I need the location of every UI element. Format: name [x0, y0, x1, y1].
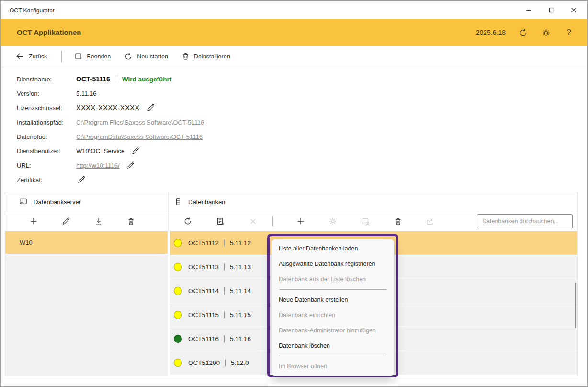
- status-dot: [174, 335, 182, 343]
- row-divider: [224, 287, 225, 295]
- database-context-menu: Liste aller Datenbanken laden Ausgewählt…: [271, 239, 394, 376]
- back-arrow-icon: [15, 52, 24, 61]
- toolbar-separator: [272, 216, 273, 227]
- register-database-button[interactable]: [214, 215, 226, 228]
- panel-toolbars: [5, 211, 577, 231]
- stop-icon: [74, 52, 82, 60]
- server-list: W10: [5, 231, 168, 376]
- maximize-icon: [548, 7, 555, 13]
- plus-icon: [29, 217, 38, 226]
- maximize-button[interactable]: [543, 4, 560, 16]
- user-monitor-icon: [361, 217, 370, 226]
- edit-service-user-button[interactable]: [130, 146, 141, 156]
- server-row-w10[interactable]: W10: [5, 231, 168, 254]
- service-user-value: W10\OCTService: [76, 148, 124, 155]
- pencil-icon: [126, 161, 135, 170]
- pencil-icon: [131, 147, 140, 155]
- menu-item-load-all-databases[interactable]: Liste aller Datenbanken laden: [272, 241, 394, 256]
- pencil-icon: [62, 217, 70, 226]
- menu-item-add-database-admin: Datenbank-Administrator hinzufügen: [272, 323, 394, 338]
- window-title: OCT Konfigurator: [10, 7, 55, 14]
- minimize-button[interactable]: [520, 4, 537, 16]
- settings-button[interactable]: [540, 27, 552, 38]
- refresh-icon: [183, 217, 192, 226]
- server-icon: [19, 197, 28, 206]
- value-divider: [116, 75, 116, 83]
- row-divider: [224, 311, 225, 319]
- row-divider: [224, 263, 225, 271]
- share-open-icon: [426, 217, 435, 226]
- help-icon: ?: [566, 28, 571, 37]
- gear-icon: [328, 217, 337, 226]
- server-name: W10: [20, 239, 33, 246]
- service-name-value: OCT-51116: [76, 75, 110, 83]
- close-button[interactable]: [565, 4, 582, 16]
- title-bar: OCT Konfigurator: [1, 1, 587, 19]
- edit-url-button[interactable]: [125, 160, 136, 171]
- command-bar: Zurück Beenden Neu starten Deinstalliere…: [1, 46, 587, 67]
- import-server-button[interactable]: [92, 215, 105, 228]
- add-server-button[interactable]: [27, 215, 40, 228]
- scrollbar-thumb[interactable]: [575, 283, 576, 328]
- add-admin-button: [359, 215, 372, 228]
- version-value: 5.11.16: [76, 90, 96, 97]
- menu-separator: [279, 289, 386, 290]
- search-databases-input[interactable]: [477, 214, 573, 228]
- service-status: Wird ausgeführt: [122, 76, 171, 83]
- refresh-button[interactable]: [517, 27, 529, 38]
- row-divider: [225, 359, 226, 366]
- stop-service-button[interactable]: Beenden: [74, 52, 111, 60]
- trash-icon: [181, 52, 190, 60]
- list-add-icon: [216, 217, 225, 226]
- restart-icon: [124, 52, 133, 61]
- close-icon: [570, 7, 577, 13]
- detail-row-lizenzschluessel: Lizenzschlüssel: XXXX-XXXX-XXXX: [1, 101, 365, 115]
- detail-row-dienstname: Dienstname: OCT-51116 Wird ausgeführt: [1, 72, 365, 86]
- minimize-icon: [525, 7, 532, 13]
- edit-server-button[interactable]: [60, 215, 72, 228]
- detail-row-url: URL: http://w10:1116/: [1, 158, 365, 172]
- menu-item-create-database[interactable]: Neue Datenbank erstellen: [272, 292, 394, 307]
- pencil-icon: [147, 103, 155, 112]
- back-button[interactable]: Zurück: [15, 52, 47, 61]
- remove-from-list-button: [247, 215, 259, 228]
- delete-database-button[interactable]: [392, 215, 404, 228]
- database-icon: [174, 197, 182, 206]
- edit-certificate-button[interactable]: [76, 174, 87, 185]
- reload-databases-button[interactable]: [181, 215, 194, 228]
- help-button[interactable]: ?: [563, 27, 575, 38]
- menu-item-open-in-browser: Im Browser öffnen: [272, 359, 394, 374]
- open-in-browser-button: [424, 215, 436, 228]
- delete-server-button[interactable]: [124, 215, 137, 228]
- app-window: OCT Konfigurator OCT Applikationen 2025.…: [0, 0, 588, 387]
- edit-license-button[interactable]: [146, 102, 156, 113]
- data-path-link[interactable]: C:\ProgramData\Saxess Software\OCT-51116: [76, 133, 203, 140]
- create-database-button[interactable]: [294, 215, 307, 228]
- restart-service-button[interactable]: Neu starten: [124, 52, 168, 61]
- row-divider: [224, 239, 225, 247]
- detail-row-zertifikat: Zertifikat:: [1, 172, 365, 187]
- menu-item-setup-database: Datenbank einrichten: [272, 307, 394, 323]
- clear-x-icon: [249, 217, 257, 226]
- row-divider: [224, 335, 225, 342]
- status-dot: [174, 359, 182, 367]
- service-url-link[interactable]: http://w10:1116/: [76, 162, 120, 169]
- menu-item-register-selected-database[interactable]: Ausgewählte Datenbank registrieren: [272, 256, 394, 272]
- pencil-icon: [77, 175, 86, 184]
- page-title: OCT Applikationen: [17, 28, 81, 36]
- detail-row-version: Version: 5.11.16: [1, 86, 365, 101]
- trash-icon: [127, 217, 135, 226]
- uninstall-button[interactable]: Deinstallieren: [181, 52, 230, 60]
- trash-icon: [394, 217, 402, 226]
- panel-headers: Datenbankserver Datenbanken: [5, 192, 577, 211]
- download-icon: [94, 217, 103, 226]
- detail-row-datenpfad: Datenpfad: C:\ProgramData\Saxess Softwar…: [1, 129, 365, 144]
- plus-icon: [296, 217, 305, 226]
- menu-item-remove-from-list: Datenbank aus der Liste löschen: [272, 272, 394, 287]
- install-path-link[interactable]: C:\Program Files\Saxess Software\OCT-511…: [76, 119, 204, 126]
- detail-row-dienstbenutzer: Dienstbenutzer: W10\OCTService: [1, 144, 365, 158]
- status-dot: [174, 263, 182, 271]
- menu-separator: [279, 356, 386, 356]
- menu-item-delete-database[interactable]: Datenbank löschen: [272, 338, 394, 353]
- status-dot: [174, 287, 182, 295]
